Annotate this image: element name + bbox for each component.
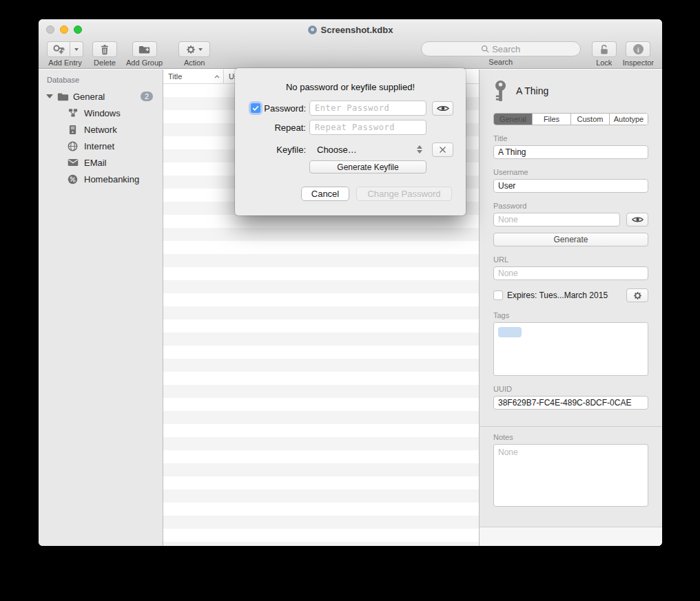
username-field[interactable] (493, 179, 648, 193)
search-tool: Search Search (421, 41, 581, 66)
globe-icon (67, 140, 79, 152)
action-button[interactable] (178, 41, 210, 57)
column-header-title[interactable]: Title (163, 70, 224, 83)
sidebar-item-label: Network (84, 125, 117, 135)
action-tool: Action (178, 41, 210, 67)
titlebar[interactable]: Screenshot.kdbx (39, 19, 662, 40)
expires-checkbox[interactable] (493, 291, 503, 300)
notes-field[interactable] (493, 444, 648, 507)
uuid-label: UUID (493, 385, 648, 393)
delete-label: Delete (94, 59, 116, 67)
section-divider (480, 426, 662, 427)
sidebar: Database General 2 Windows Network (39, 70, 163, 546)
keyfile-label: Keyfile: (276, 145, 306, 155)
uuid-field[interactable] (493, 396, 648, 410)
add-entry-label: Add Entry (48, 59, 81, 67)
envelope-icon (67, 157, 79, 169)
expires-label: Expires: Tues...March 2015 (507, 291, 608, 300)
server-icon (67, 124, 79, 136)
keyfile-value: Choose… (317, 145, 357, 155)
url-field[interactable] (493, 266, 648, 280)
expires-row: Expires: Tues...March 2015 (493, 288, 648, 302)
lock-button[interactable] (592, 41, 617, 57)
password-row: Password: (248, 101, 452, 116)
search-placeholder: Search (492, 44, 520, 54)
delete-button[interactable] (92, 41, 117, 57)
sidebar-item-label: Internet (84, 141, 114, 151)
inspector-footer (480, 527, 662, 546)
search-icon (481, 45, 489, 53)
keyfile-popup[interactable]: Choose… (309, 142, 426, 157)
tags-field[interactable] (493, 322, 648, 376)
generate-keyfile-row: Generate Keyfile (309, 160, 452, 173)
generate-keyfile-button[interactable]: Generate Keyfile (309, 160, 426, 173)
lock-label: Lock (596, 59, 612, 67)
sort-asc-icon (214, 75, 220, 78)
eye-icon (632, 216, 644, 223)
inspector-button[interactable]: i (626, 41, 650, 57)
window-title: Screenshot.kdbx (321, 25, 393, 35)
chevron-down-icon (198, 48, 203, 51)
add-group-button[interactable] (132, 41, 157, 57)
tab-autotype[interactable]: Autotype (610, 114, 648, 125)
chevron-down-icon (74, 48, 79, 51)
inspector-tabs: General Files Custom Autotype (493, 113, 648, 125)
tab-custom[interactable]: Custom (571, 114, 610, 125)
action-label: Action (184, 59, 205, 67)
change-password-button[interactable]: Change Password (356, 187, 452, 201)
search-input[interactable]: Search (421, 41, 581, 56)
sidebar-item-network[interactable]: Network (39, 121, 163, 138)
sidebar-item-general[interactable]: General 2 (39, 88, 163, 105)
add-group-tool: Add Group (126, 41, 163, 67)
dialog-message: No password or keyfile supplied! (235, 82, 466, 92)
cancel-button[interactable]: Cancel (301, 187, 349, 201)
password-checkbox[interactable] (251, 103, 260, 113)
tab-files[interactable]: Files (533, 114, 571, 125)
add-entry-tool: Add Entry (47, 41, 83, 67)
sidebar-item-label: EMail (84, 158, 107, 168)
tags-label: Tags (493, 311, 648, 319)
username-field-label: Username (493, 168, 648, 176)
add-entry-dropdown[interactable] (70, 41, 83, 57)
add-entry-button[interactable] (47, 41, 70, 57)
tab-general[interactable]: General (494, 114, 533, 125)
title-field[interactable] (493, 145, 648, 159)
sidebar-item-label: Homebanking (84, 174, 139, 184)
info-icon: i (633, 44, 644, 54)
eye-icon (437, 105, 449, 112)
disclosure-triangle-icon[interactable] (46, 94, 53, 98)
popup-stepper-icon (417, 145, 422, 154)
app-window: Screenshot.kdbx Add Entry (39, 19, 662, 546)
key-plus-icon (53, 44, 65, 54)
show-password-button[interactable] (432, 101, 453, 116)
keyfile-row: Keyfile: Choose… (248, 142, 452, 157)
toolbar: Add Entry Delete Add Group (39, 40, 662, 69)
enter-password-input[interactable] (309, 101, 426, 116)
lock-open-icon (599, 44, 609, 55)
repeat-label: Repeat: (274, 123, 306, 133)
repeat-password-input[interactable] (309, 120, 426, 135)
document-proxy-icon[interactable] (308, 25, 317, 34)
password-label: Password: (264, 103, 306, 114)
checkmark-icon (252, 105, 259, 111)
clear-keyfile-button[interactable] (432, 143, 453, 157)
entry-title: A Thing (516, 85, 548, 96)
generate-password-button[interactable]: Generate (493, 233, 648, 246)
trash-icon (100, 44, 110, 55)
sidebar-item-email[interactable]: EMail (39, 154, 163, 171)
window-title-area: Screenshot.kdbx (39, 19, 662, 40)
expires-settings-button[interactable] (626, 288, 648, 302)
entry-count-badge: 2 (141, 92, 153, 101)
lock-tool: Lock (592, 41, 617, 67)
notes-label: Notes (493, 433, 648, 441)
search-label: Search (488, 58, 513, 66)
tag-pill[interactable] (498, 327, 522, 337)
reveal-password-button[interactable] (626, 213, 648, 226)
sidebar-item-windows[interactable]: Windows (39, 105, 163, 121)
url-field-label: URL (493, 255, 648, 264)
password-field[interactable] (493, 213, 620, 226)
key-icon (493, 80, 508, 103)
sidebar-item-homebanking[interactable]: Homebanking (39, 171, 163, 187)
sidebar-item-internet[interactable]: Internet (39, 138, 163, 154)
inspector-tool: i Inspector (623, 41, 654, 67)
